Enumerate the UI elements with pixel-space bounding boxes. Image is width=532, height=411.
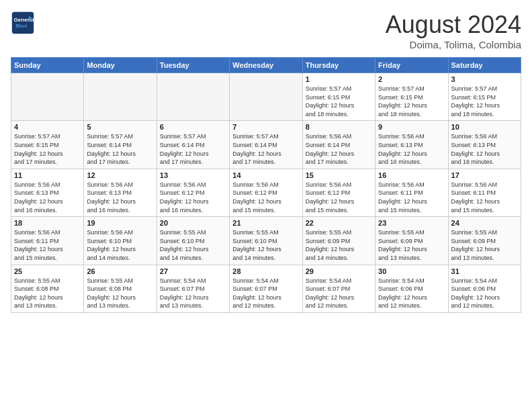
calendar-day-cell: 25Sunrise: 5:55 AM Sunset: 6:08 PM Dayli… xyxy=(11,265,84,312)
day-number: 31 xyxy=(451,267,518,275)
calendar-day-cell: 24Sunrise: 5:55 AM Sunset: 6:09 PM Dayli… xyxy=(448,217,521,265)
calendar-day-cell: 2Sunrise: 5:57 AM Sunset: 6:15 PM Daylig… xyxy=(375,73,448,121)
weekday-header-friday: Friday xyxy=(375,58,448,73)
day-number: 28 xyxy=(232,267,299,275)
day-number: 4 xyxy=(14,123,81,131)
calendar-week-row: 25Sunrise: 5:55 AM Sunset: 6:08 PM Dayli… xyxy=(11,265,521,312)
day-info: Sunrise: 5:54 AM Sunset: 6:07 PM Dayligh… xyxy=(232,277,299,310)
calendar-day-cell: 31Sunrise: 5:54 AM Sunset: 6:06 PM Dayli… xyxy=(448,265,521,312)
logo: General Blue xyxy=(11,11,35,35)
day-info: Sunrise: 5:55 AM Sunset: 6:09 PM Dayligh… xyxy=(378,228,445,262)
day-info: Sunrise: 5:57 AM Sunset: 6:15 PM Dayligh… xyxy=(306,85,372,118)
calendar-week-row: 4Sunrise: 5:57 AM Sunset: 6:15 PM Daylig… xyxy=(11,121,521,169)
calendar-table: SundayMondayTuesdayWednesdayThursdayFrid… xyxy=(11,57,521,313)
calendar-day-cell: 20Sunrise: 5:55 AM Sunset: 6:10 PM Dayli… xyxy=(157,217,229,265)
weekday-header-saturday: Saturday xyxy=(448,58,521,73)
day-number: 7 xyxy=(232,123,299,131)
calendar-day-cell: 14Sunrise: 5:56 AM Sunset: 6:12 PM Dayli… xyxy=(230,169,302,216)
calendar-day-cell: 17Sunrise: 5:56 AM Sunset: 6:11 PM Dayli… xyxy=(448,169,521,216)
day-number: 19 xyxy=(87,219,153,227)
day-info: Sunrise: 5:55 AM Sunset: 6:09 PM Dayligh… xyxy=(306,228,372,262)
calendar-day-cell: 21Sunrise: 5:55 AM Sunset: 6:10 PM Dayli… xyxy=(230,217,302,265)
weekday-header-sunday: Sunday xyxy=(11,58,84,73)
calendar-day-cell xyxy=(84,73,157,121)
day-info: Sunrise: 5:56 AM Sunset: 6:13 PM Dayligh… xyxy=(378,132,445,166)
day-info: Sunrise: 5:57 AM Sunset: 6:15 PM Dayligh… xyxy=(14,132,81,166)
calendar-day-cell: 19Sunrise: 5:56 AM Sunset: 6:10 PM Dayli… xyxy=(84,217,157,265)
day-info: Sunrise: 5:56 AM Sunset: 6:13 PM Dayligh… xyxy=(14,181,81,214)
calendar-day-cell: 3Sunrise: 5:57 AM Sunset: 6:15 PM Daylig… xyxy=(448,73,521,121)
calendar-day-cell: 9Sunrise: 5:56 AM Sunset: 6:13 PM Daylig… xyxy=(375,121,448,169)
day-info: Sunrise: 5:54 AM Sunset: 6:07 PM Dayligh… xyxy=(306,277,372,310)
day-info: Sunrise: 5:56 AM Sunset: 6:13 PM Dayligh… xyxy=(87,181,153,214)
day-number: 11 xyxy=(14,171,81,179)
day-info: Sunrise: 5:56 AM Sunset: 6:12 PM Dayligh… xyxy=(232,181,299,214)
day-number: 13 xyxy=(160,171,226,179)
calendar-day-cell: 13Sunrise: 5:56 AM Sunset: 6:12 PM Dayli… xyxy=(157,169,229,216)
day-info: Sunrise: 5:55 AM Sunset: 6:08 PM Dayligh… xyxy=(14,277,81,310)
weekday-header-thursday: Thursday xyxy=(302,58,375,73)
day-number: 8 xyxy=(306,123,372,131)
calendar-day-cell: 7Sunrise: 5:57 AM Sunset: 6:14 PM Daylig… xyxy=(230,121,302,169)
day-info: Sunrise: 5:55 AM Sunset: 6:10 PM Dayligh… xyxy=(160,228,226,262)
day-info: Sunrise: 5:56 AM Sunset: 6:12 PM Dayligh… xyxy=(306,181,372,214)
day-number: 30 xyxy=(378,267,445,275)
day-info: Sunrise: 5:56 AM Sunset: 6:13 PM Dayligh… xyxy=(451,132,518,166)
calendar-day-cell: 1Sunrise: 5:57 AM Sunset: 6:15 PM Daylig… xyxy=(302,73,375,121)
calendar-week-row: 11Sunrise: 5:56 AM Sunset: 6:13 PM Dayli… xyxy=(11,169,521,216)
calendar-day-cell: 22Sunrise: 5:55 AM Sunset: 6:09 PM Dayli… xyxy=(302,217,375,265)
day-number: 10 xyxy=(451,123,518,131)
calendar-day-cell: 15Sunrise: 5:56 AM Sunset: 6:12 PM Dayli… xyxy=(302,169,375,216)
day-number: 16 xyxy=(378,171,445,179)
day-info: Sunrise: 5:54 AM Sunset: 6:07 PM Dayligh… xyxy=(160,277,226,310)
day-number: 5 xyxy=(87,123,153,131)
day-info: Sunrise: 5:56 AM Sunset: 6:11 PM Dayligh… xyxy=(451,181,518,214)
calendar-day-cell: 4Sunrise: 5:57 AM Sunset: 6:15 PM Daylig… xyxy=(11,121,84,169)
day-info: Sunrise: 5:57 AM Sunset: 6:14 PM Dayligh… xyxy=(87,132,153,166)
day-number: 17 xyxy=(451,171,518,179)
calendar-day-cell: 12Sunrise: 5:56 AM Sunset: 6:13 PM Dayli… xyxy=(84,169,157,216)
day-info: Sunrise: 5:56 AM Sunset: 6:12 PM Dayligh… xyxy=(160,181,226,214)
day-info: Sunrise: 5:56 AM Sunset: 6:11 PM Dayligh… xyxy=(14,228,81,262)
day-info: Sunrise: 5:57 AM Sunset: 6:14 PM Dayligh… xyxy=(160,132,226,166)
day-number: 21 xyxy=(232,219,299,227)
day-number: 3 xyxy=(451,75,518,83)
day-info: Sunrise: 5:57 AM Sunset: 6:15 PM Dayligh… xyxy=(451,85,518,118)
day-info: Sunrise: 5:56 AM Sunset: 6:14 PM Dayligh… xyxy=(306,132,372,166)
day-number: 1 xyxy=(306,75,372,83)
calendar-day-cell: 18Sunrise: 5:56 AM Sunset: 6:11 PM Dayli… xyxy=(11,217,84,265)
calendar-day-cell xyxy=(157,73,229,121)
calendar-day-cell: 28Sunrise: 5:54 AM Sunset: 6:07 PM Dayli… xyxy=(230,265,302,312)
day-number: 9 xyxy=(378,123,445,131)
calendar-day-cell: 8Sunrise: 5:56 AM Sunset: 6:14 PM Daylig… xyxy=(302,121,375,169)
calendar-day-cell: 16Sunrise: 5:56 AM Sunset: 6:11 PM Dayli… xyxy=(375,169,448,216)
day-number: 12 xyxy=(87,171,153,179)
calendar-day-cell: 29Sunrise: 5:54 AM Sunset: 6:07 PM Dayli… xyxy=(302,265,375,312)
day-info: Sunrise: 5:55 AM Sunset: 6:08 PM Dayligh… xyxy=(87,277,153,310)
weekday-header-monday: Monday xyxy=(84,58,157,73)
day-number: 6 xyxy=(160,123,226,131)
weekday-header-wednesday: Wednesday xyxy=(230,58,302,73)
day-number: 14 xyxy=(232,171,299,179)
calendar-day-cell: 30Sunrise: 5:54 AM Sunset: 6:06 PM Dayli… xyxy=(375,265,448,312)
weekday-header-row: SundayMondayTuesdayWednesdayThursdayFrid… xyxy=(11,58,521,73)
page-header: General Blue August 2024 Doima, Tolima, … xyxy=(11,11,521,50)
day-number: 18 xyxy=(14,219,81,227)
svg-text:Blue: Blue xyxy=(15,23,28,29)
day-number: 23 xyxy=(378,219,445,227)
weekday-header-tuesday: Tuesday xyxy=(157,58,229,73)
calendar-day-cell: 27Sunrise: 5:54 AM Sunset: 6:07 PM Dayli… xyxy=(157,265,229,312)
calendar-day-cell xyxy=(11,73,84,121)
day-info: Sunrise: 5:55 AM Sunset: 6:10 PM Dayligh… xyxy=(232,228,299,262)
calendar-day-cell: 26Sunrise: 5:55 AM Sunset: 6:08 PM Dayli… xyxy=(84,265,157,312)
logo-icon: General Blue xyxy=(11,11,35,35)
calendar-week-row: 18Sunrise: 5:56 AM Sunset: 6:11 PM Dayli… xyxy=(11,217,521,265)
day-number: 2 xyxy=(378,75,445,83)
day-number: 15 xyxy=(306,171,372,179)
calendar-day-cell xyxy=(230,73,302,121)
day-number: 22 xyxy=(306,219,372,227)
calendar-day-cell: 11Sunrise: 5:56 AM Sunset: 6:13 PM Dayli… xyxy=(11,169,84,216)
title-area: August 2024 Doima, Tolima, Colombia xyxy=(386,11,521,50)
day-number: 25 xyxy=(14,267,81,275)
calendar-day-cell: 6Sunrise: 5:57 AM Sunset: 6:14 PM Daylig… xyxy=(157,121,229,169)
